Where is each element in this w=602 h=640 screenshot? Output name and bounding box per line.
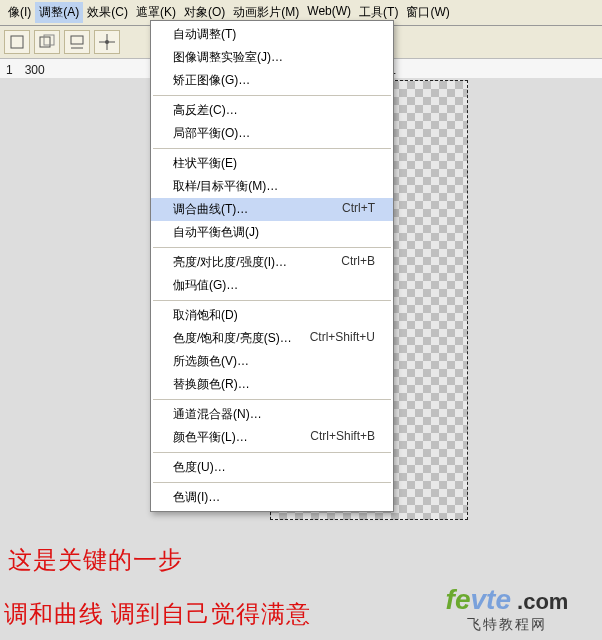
menu-item-18[interactable]: 替换颜色(R)… <box>151 373 393 396</box>
menu-item-label: 颜色平衡(L)… <box>173 429 248 446</box>
menu-item-label: 色调(I)… <box>173 489 220 506</box>
menu-item-label: 亮度/对比度/强度(I)… <box>173 254 287 271</box>
menu-item-label: 色度/饱和度/亮度(S)… <box>173 330 292 347</box>
logo-vte: vte <box>470 584 510 615</box>
menu-item-8[interactable]: 取样/目标平衡(M)… <box>151 175 393 198</box>
menu-item-15[interactable]: 取消饱和(D) <box>151 304 393 327</box>
svg-rect-0 <box>11 36 23 48</box>
menu-item-label: 矫正图像(G)… <box>173 72 250 89</box>
menu-item-16[interactable]: 色度/饱和度/亮度(S)…Ctrl+Shift+U <box>151 327 393 350</box>
menu-item-17[interactable]: 所选颜色(V)… <box>151 350 393 373</box>
menu-item-shortcut: Ctrl+B <box>341 254 375 271</box>
logo-com: .com <box>511 589 568 614</box>
menu-separator <box>153 95 391 96</box>
menu-separator <box>153 247 391 248</box>
menu-item-label: 色度(U)… <box>173 459 226 476</box>
menubar-item-2[interactable]: 效果(C) <box>83 2 132 23</box>
menu-item-0[interactable]: 自动调整(T) <box>151 23 393 46</box>
menu-item-label: 自动调整(T) <box>173 26 236 43</box>
menu-item-label: 图像调整实验室(J)… <box>173 49 283 66</box>
menu-item-shortcut: Ctrl+Shift+U <box>310 330 375 347</box>
toolbar-button-a[interactable] <box>4 30 30 54</box>
menu-item-label: 自动平衡色调(J) <box>173 224 259 241</box>
logo-sub: 飞特教程网 <box>412 616 602 634</box>
menu-item-20[interactable]: 通道混合器(N)… <box>151 403 393 426</box>
menu-item-label: 局部平衡(O)… <box>173 125 250 142</box>
menu-item-25[interactable]: 色调(I)… <box>151 486 393 509</box>
menu-item-9[interactable]: 调合曲线(T)…Ctrl+T <box>151 198 393 221</box>
info-val-b: 300 <box>25 63 45 77</box>
menu-item-4[interactable]: 高反差(C)… <box>151 99 393 122</box>
menu-item-shortcut: Ctrl+T <box>342 201 375 218</box>
menu-separator <box>153 399 391 400</box>
watermark-logo: fevte .com 飞特教程网 <box>412 584 602 634</box>
toolbar-button-d[interactable] <box>94 30 120 54</box>
menu-item-2[interactable]: 矫正图像(G)… <box>151 69 393 92</box>
menu-separator <box>153 452 391 453</box>
toolbar-button-c[interactable] <box>64 30 90 54</box>
menu-item-label: 取样/目标平衡(M)… <box>173 178 278 195</box>
menu-item-label: 高反差(C)… <box>173 102 238 119</box>
annotation-2: 调和曲线 调到自己觉得满意 <box>4 598 311 630</box>
menu-item-13[interactable]: 伽玛值(G)… <box>151 274 393 297</box>
menu-item-12[interactable]: 亮度/对比度/强度(I)…Ctrl+B <box>151 251 393 274</box>
menu-separator <box>153 482 391 483</box>
menu-item-label: 柱状平衡(E) <box>173 155 237 172</box>
menu-separator <box>153 148 391 149</box>
menu-item-label: 替换颜色(R)… <box>173 376 250 393</box>
menu-item-1[interactable]: 图像调整实验室(J)… <box>151 46 393 69</box>
menu-item-label: 取消饱和(D) <box>173 307 238 324</box>
menu-item-label: 通道混合器(N)… <box>173 406 262 423</box>
menu-separator <box>153 300 391 301</box>
info-val-a: 1 <box>6 63 13 77</box>
annotation-1: 这是关键的一步 <box>8 544 183 576</box>
adjustments-dropdown[interactable]: 自动调整(T)图像调整实验室(J)…矫正图像(G)…高反差(C)…局部平衡(O)… <box>150 20 394 512</box>
menu-item-shortcut: Ctrl+Shift+B <box>310 429 375 446</box>
svg-rect-3 <box>71 36 83 44</box>
menu-item-label: 调合曲线(T)… <box>173 201 248 218</box>
menu-item-23[interactable]: 色度(U)… <box>151 456 393 479</box>
menubar-item-8[interactable]: 窗口(W) <box>402 2 453 23</box>
menubar-item-1[interactable]: 调整(A) <box>35 2 83 23</box>
menubar-item-0[interactable]: 像(I) <box>4 2 35 23</box>
menu-item-7[interactable]: 柱状平衡(E) <box>151 152 393 175</box>
logo-fe: fe <box>446 584 471 615</box>
menu-item-label: 伽玛值(G)… <box>173 277 238 294</box>
menu-item-10[interactable]: 自动平衡色调(J) <box>151 221 393 244</box>
menu-item-label: 所选颜色(V)… <box>173 353 249 370</box>
toolbar-button-b[interactable] <box>34 30 60 54</box>
menu-item-5[interactable]: 局部平衡(O)… <box>151 122 393 145</box>
menu-item-21[interactable]: 颜色平衡(L)…Ctrl+Shift+B <box>151 426 393 449</box>
